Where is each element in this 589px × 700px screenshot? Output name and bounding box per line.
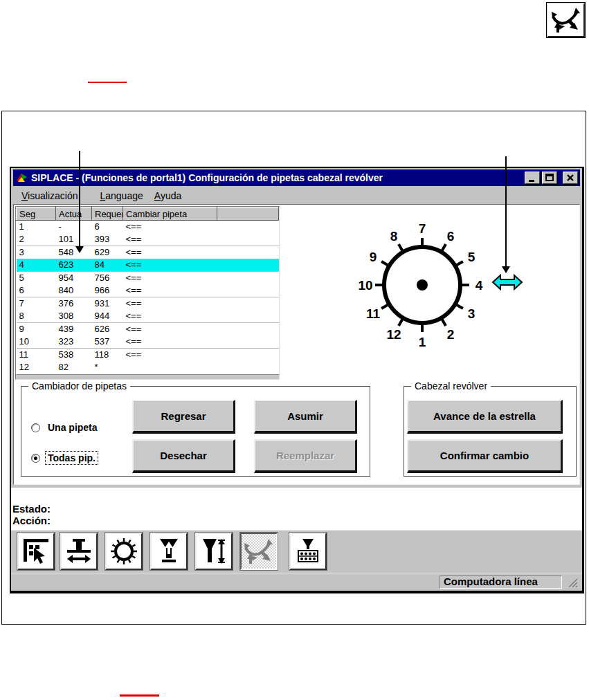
column-header[interactable]: Actua	[56, 208, 92, 221]
table-row[interactable]: 9439626<==	[17, 323, 279, 336]
table-header-row: SegActuaRequerCambiar pipeta	[17, 208, 279, 221]
table-row[interactable]: 3548629<==	[17, 246, 279, 259]
table-row[interactable]: 5954756<==	[17, 272, 279, 285]
pipette-height-button[interactable]	[195, 533, 233, 570]
pipette-change-button[interactable]	[240, 533, 278, 570]
svg-text:7: 7	[419, 221, 426, 236]
svg-text:3: 3	[468, 306, 475, 321]
window-title: SIPLACE - (Funciones de portal1) Configu…	[31, 172, 525, 183]
pipette-change-glyph	[551, 6, 581, 34]
svg-text:6: 6	[447, 229, 455, 243]
table-row[interactable]: 11538118<==	[17, 349, 279, 362]
pipette-magazine-icon	[293, 538, 323, 564]
siplace-logo-icon	[15, 172, 28, 183]
maximize-button[interactable]	[542, 172, 557, 184]
svg-text:4: 4	[475, 278, 483, 293]
table-row[interactable]: 6840966<==	[17, 284, 279, 297]
table-footer-strip	[16, 374, 279, 379]
statusbar: Computadora línea	[11, 573, 582, 591]
radio-circle[interactable]	[31, 423, 40, 432]
radio-label[interactable]: Una pipeta	[46, 421, 100, 434]
callout-arrow-right-line	[505, 156, 507, 267]
table-row[interactable]: 8308944<==	[17, 310, 279, 323]
radio-todas-pip[interactable]: Todas pip.	[31, 452, 98, 464]
group-title: Cabezal revólver	[411, 380, 491, 392]
accion-label: Acción:	[12, 515, 51, 526]
red-underline-top	[88, 82, 127, 83]
select-mode-icon	[21, 537, 51, 566]
revolver-pipette-change-tool-icon	[547, 3, 585, 37]
svg-text:9: 9	[370, 250, 377, 264]
revolver-head-icon	[109, 537, 138, 566]
revolver-head-button[interactable]	[105, 533, 143, 570]
column-header[interactable]: Requer	[92, 208, 123, 221]
revolver-center-dot	[417, 279, 428, 291]
svg-text:11: 11	[366, 306, 381, 321]
confirmar-cambio-button[interactable]: Confirmar cambio	[407, 439, 563, 473]
callout-arrow-left-line	[79, 151, 80, 247]
portal-axis-button[interactable]	[60, 533, 98, 570]
portal-axis-icon	[64, 537, 93, 566]
select-mode-button[interactable]	[17, 533, 55, 570]
column-header[interactable]: Cambiar pipeta	[123, 208, 217, 221]
close-icon	[565, 173, 575, 183]
table-row[interactable]: 1282*	[17, 361, 279, 374]
maximize-icon	[545, 173, 554, 183]
svg-text:5: 5	[468, 250, 475, 264]
table-row[interactable]: 7376931<==	[17, 297, 279, 311]
pipette-height-icon	[199, 537, 228, 566]
column-header[interactable]: Seg	[17, 208, 56, 221]
svg-text:10: 10	[358, 278, 372, 293]
minimize-button[interactable]	[525, 172, 540, 184]
minimize-icon	[527, 173, 537, 183]
callout-arrow-right-head	[502, 266, 510, 273]
siplace-window: SIPLACE - (Funciones de portal1) Configu…	[10, 167, 584, 593]
table-row[interactable]: 10323537<==	[17, 335, 279, 349]
resize-grip[interactable]	[568, 578, 579, 589]
radio-circle[interactable]	[31, 454, 40, 463]
toolbar	[11, 530, 582, 573]
group-title: Cambiador de pipetas	[28, 380, 130, 392]
close-button[interactable]	[563, 172, 578, 184]
column-header[interactable]	[217, 208, 279, 221]
regresar-button[interactable]: Regresar	[132, 400, 235, 434]
pipette-table-container: SegActuaRequerCambiar pipeta 1-6<==21013…	[15, 206, 280, 380]
titlebar: SIPLACE - (Funciones de portal1) Configu…	[13, 169, 580, 186]
horizontal-double-arrow-icon	[491, 273, 523, 291]
cabezal-revolver-group: Cabezal revólver Avance de la estrella C…	[404, 386, 577, 477]
pipette-table: SegActuaRequerCambiar pipeta 1-6<==21013…	[16, 207, 279, 374]
svg-text:12: 12	[386, 327, 401, 342]
pipette-pick-icon	[154, 537, 183, 566]
desechar-button[interactable]: Desechar	[132, 439, 235, 473]
svg-text:8: 8	[390, 229, 398, 243]
client-panel: SegActuaRequerCambiar pipeta 1-6<==21013…	[13, 204, 580, 485]
table-row[interactable]: 462384<==	[17, 259, 279, 272]
menu-item-ayuda[interactable]: Ayuda	[149, 189, 187, 203]
svg-text:2: 2	[447, 327, 455, 342]
cambiador-de-pipetas-group: Cambiador de pipetas Una pipeta Todas pi…	[21, 386, 370, 477]
estado-label: Estado:	[12, 503, 51, 515]
table-row[interactable]: 2101393<==	[17, 233, 279, 246]
pipette-change-icon	[244, 537, 274, 565]
status-field: Computadora línea	[440, 575, 562, 589]
pipette-table-body: 1-6<==2101393<==3548629<==462384<==59547…	[17, 221, 279, 374]
asumir-button[interactable]: Asumir	[254, 400, 357, 434]
callout-arrow-left-head	[75, 246, 84, 253]
menu-item-language[interactable]: Language	[94, 189, 148, 203]
reemplazar-button: Reemplazar	[254, 439, 357, 473]
menubar: Visualización Language Ayuda	[13, 187, 580, 203]
radio-una-pipeta[interactable]: Una pipeta	[31, 421, 100, 434]
svg-text:1: 1	[419, 335, 426, 349]
menu-item-visualizacion[interactable]: Visualización	[16, 189, 83, 203]
radio-label[interactable]: Todas pip.	[46, 452, 98, 464]
red-underline-bottom	[120, 694, 159, 697]
pipette-pick-button[interactable]	[150, 533, 188, 570]
avance-de-la-estrella-button[interactable]: Avance de la estrella	[407, 400, 563, 434]
table-row[interactable]: 1-6<==	[17, 221, 279, 234]
status-message-area: Estado: Acción:	[11, 488, 582, 530]
pipette-magazine-button[interactable]	[289, 533, 327, 570]
